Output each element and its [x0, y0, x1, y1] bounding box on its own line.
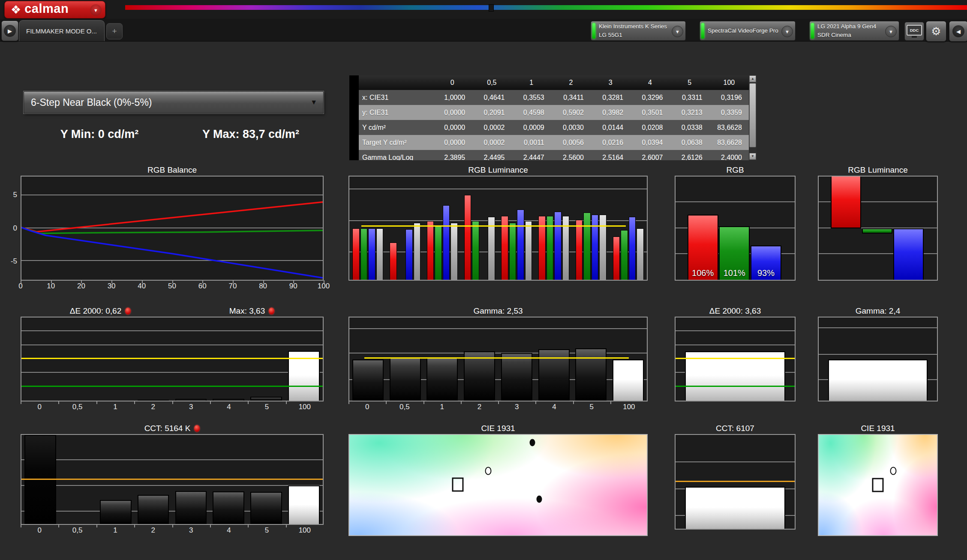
blue-bar [368, 228, 375, 280]
table-cell[interactable]: 0,0638 [670, 135, 709, 150]
table-cell[interactable]: 0,2091 [472, 105, 511, 120]
chevron-down-icon[interactable]: ▼ [781, 26, 793, 37]
x-axis-label: 2 [151, 403, 155, 411]
table-cell[interactable]: 2,4000 [709, 150, 749, 160]
tab-filmmaker-mode[interactable]: FILMMAKER MODE O... [19, 20, 105, 41]
table-cell[interactable]: 2,5164 [591, 150, 630, 160]
spectrum-handle[interactable] [489, 4, 494, 12]
table-cell[interactable]: 0,4641 [472, 90, 511, 105]
table-cell[interactable]: 0,3196 [709, 90, 749, 105]
table-cell[interactable]: 0,3213 [670, 105, 709, 120]
display-device-button[interactable]: LG 2021 Alpha 9 Gen4 SDR Cinema ▼ [809, 21, 899, 41]
table-cell[interactable]: 0,3296 [630, 90, 670, 105]
table-cell[interactable]: 0,0000 [432, 120, 472, 135]
x-axis-label: 50 [168, 282, 176, 290]
table-cell[interactable]: 0,3501 [630, 105, 670, 120]
measurement-bar [501, 353, 532, 401]
source-device-button[interactable]: SpectraCal VideoForge Pro ▼ [700, 21, 796, 41]
settings-button[interactable]: ⚙ [926, 21, 946, 42]
table-cell[interactable]: 2,4495 [472, 150, 511, 160]
table-cell[interactable]: 0,0208 [630, 120, 670, 135]
axis-tick [293, 280, 294, 283]
status-dot-icon [194, 425, 200, 432]
chart-cie1931-avg: CIE 1931 [818, 422, 938, 536]
preset-label: 6-Step Near Black (0%-5%) [31, 97, 152, 108]
table-cell[interactable]: 0,0002 [472, 135, 511, 150]
add-tab-button[interactable]: + [106, 23, 123, 39]
x-axis-label: 60 [198, 282, 207, 290]
x-axis-labels: 0102030405060708090100 [21, 281, 324, 292]
y-axis-label: -5 [11, 257, 17, 266]
table-cell[interactable]: 0,0338 [670, 120, 709, 135]
table-cell[interactable]: 0,5902 [551, 105, 591, 120]
table-row-strip [349, 90, 359, 105]
table-cell[interactable]: 0,0030 [551, 120, 591, 135]
table-cell[interactable]: 0,0000 [432, 135, 472, 150]
scroll-up-icon[interactable]: ▲ [749, 75, 756, 82]
axis-tick [172, 524, 173, 527]
table-cell[interactable]: 0,3311 [670, 90, 709, 105]
table-cell[interactable]: 2,6126 [670, 150, 709, 160]
blue-bar [517, 210, 524, 280]
meter-device-button[interactable]: Klein Instruments K Series LG 55G1 ▼ [591, 21, 686, 41]
scroll-down-icon[interactable]: ▼ [749, 153, 756, 160]
axis-tick [498, 401, 499, 404]
x-axis-label: 1 [440, 403, 444, 411]
chevron-down-icon[interactable]: ▼ [885, 26, 897, 37]
x-axis-label: 0,5 [399, 403, 410, 411]
table-cell[interactable]: 2,4447 [512, 150, 551, 160]
table-cell[interactable]: 83,6628 [709, 135, 749, 150]
pattern-preset-dropdown[interactable]: 6-Step Near Black (0%-5%) ▼ [24, 91, 324, 114]
table-cell[interactable]: 0,0011 [512, 135, 551, 150]
table-scrollbar[interactable]: ▲ ▼ [749, 75, 757, 160]
ddc-control-button[interactable]: DDC [904, 22, 924, 41]
table-cell[interactable]: 0,0000 [432, 105, 472, 120]
white-bar [599, 215, 606, 280]
table-cell[interactable]: 0,0144 [591, 120, 630, 135]
measurement-bar [250, 397, 282, 401]
table-cell[interactable]: 0,4598 [512, 105, 551, 120]
chevron-down-icon[interactable]: ▼ [90, 4, 102, 16]
table-cell[interactable]: 0,3982 [591, 105, 630, 120]
table-cell[interactable]: 0,3359 [709, 105, 749, 120]
green-bar [472, 221, 479, 280]
cie-marker-square [452, 477, 463, 491]
chart-title: Gamma: 2,53 [473, 306, 523, 316]
table-cell[interactable]: 0,3553 [512, 90, 551, 105]
scrollbar-thumb[interactable] [749, 83, 756, 147]
axis-tick [51, 280, 52, 283]
axis-tick [286, 524, 287, 527]
table-row-label: Y cd/m² [359, 120, 432, 135]
collapse-panel-button[interactable]: ◀ [949, 21, 967, 42]
table-cell[interactable]: 0,3281 [591, 90, 630, 105]
table-cell[interactable]: 0,3411 [551, 90, 591, 105]
table-cell[interactable]: 0,0394 [630, 135, 670, 150]
y-max-readout: Y Max: 83,7 cd/m² [182, 128, 319, 141]
measurement-bar [575, 348, 607, 401]
table-cell[interactable]: 0,0009 [512, 120, 551, 135]
axis-tick [423, 401, 424, 404]
table-cell[interactable]: 2,5600 [551, 150, 591, 160]
table-cell[interactable]: 0,0216 [591, 135, 630, 150]
chevron-down-icon[interactable]: ▼ [672, 26, 683, 37]
red-bar [427, 221, 434, 280]
tab-scroll-button[interactable]: ▶ [1, 21, 18, 41]
cie-marker-dot [529, 439, 535, 446]
table-cell[interactable]: 1,0000 [432, 90, 472, 105]
table-column-header: 3 [591, 75, 630, 90]
calman-logo-button[interactable]: ❖ calman ▼ [4, 1, 105, 18]
measurement-bar [426, 357, 458, 401]
table-cell[interactable]: 0,0056 [551, 135, 591, 150]
table-cell[interactable]: 83,6628 [709, 120, 749, 135]
axis-tick [58, 401, 59, 404]
green-bar [509, 223, 516, 280]
table-label-header [359, 75, 432, 90]
x-axis-label: 0 [365, 403, 369, 411]
table-row-strip [349, 150, 359, 160]
x-axis-label: 4 [227, 403, 231, 411]
table-cell[interactable]: 2,3895 [432, 150, 472, 160]
table-cell[interactable]: 2,6007 [630, 150, 670, 160]
table-cell[interactable]: 0,0002 [472, 120, 511, 135]
device-status-indicator [811, 23, 814, 39]
chart-title-row: CCT: 5164 K [21, 422, 324, 434]
